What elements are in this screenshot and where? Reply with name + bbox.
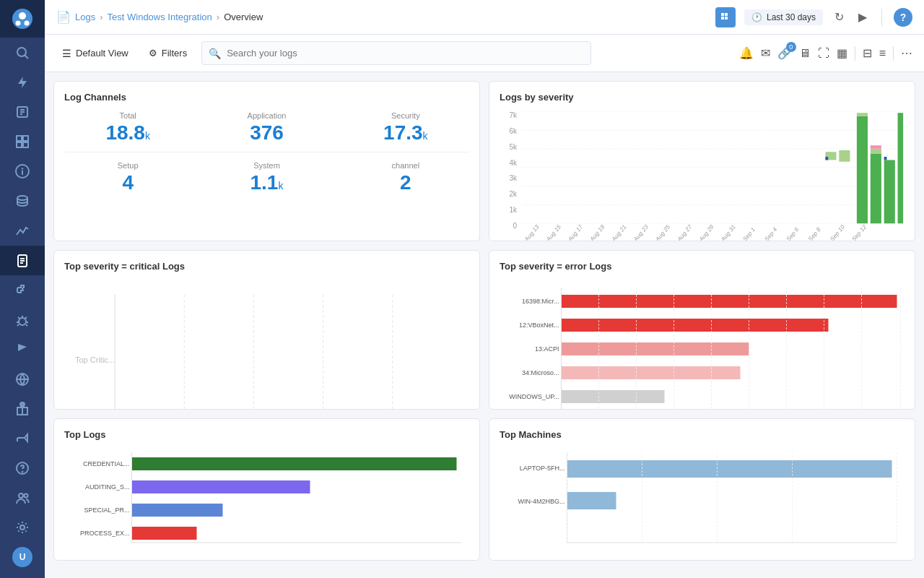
breadcrumb-logs-link[interactable]: Logs (75, 12, 95, 22)
metric-total-label: Total (64, 111, 191, 120)
refresh-button[interactable]: ↻ (832, 7, 847, 27)
severity-chart-area: 7k6k5k4k3k2k1k0 (500, 111, 905, 241)
sidebar-item-search[interactable] (0, 38, 45, 67)
sidebar-item-globe[interactable] (0, 364, 45, 394)
metric-system-value: 1.1k (203, 173, 330, 193)
metric-application-value: 376 (203, 123, 330, 143)
toolbar-right: 🔔 ✉ 🔗 0 🖥 ⛶ ▦ ⊟ ≡ ⋯ (739, 46, 912, 61)
svg-rect-13 (23, 142, 28, 147)
topnav-right: 🕐 Last 30 days ↻ ▶ ? (715, 7, 912, 27)
columns-icon[interactable]: ⊟ (863, 46, 872, 60)
svg-rect-129 (567, 492, 616, 509)
metric-total-value: 18.8k (64, 123, 191, 143)
svg-point-31 (25, 494, 28, 498)
svg-text:Aug 29: Aug 29 (698, 223, 715, 241)
metric-system: System 1.1k (203, 161, 330, 193)
svg-rect-44 (857, 116, 868, 224)
svg-rect-47 (898, 113, 904, 223)
sidebar-item-dashboard[interactable] (0, 127, 45, 157)
sidebar-item-settings[interactable] (0, 513, 45, 543)
mail-icon[interactable]: ✉ (761, 46, 770, 60)
svg-text:Aug 27: Aug 27 (676, 223, 694, 241)
svg-text:Aug 15: Aug 15 (545, 223, 562, 241)
metric-application: Application 376 (203, 111, 330, 143)
svg-rect-51 (871, 149, 881, 154)
top-machines-title: Top Machines (500, 429, 905, 440)
help-button[interactable]: ? (894, 8, 912, 27)
svg-line-5 (25, 55, 29, 59)
svg-text:Sep 8: Sep 8 (807, 225, 822, 241)
svg-rect-52 (825, 157, 828, 160)
sidebar-item-storage[interactable] (0, 186, 45, 216)
sidebar-item-gift[interactable] (0, 394, 45, 423)
svg-text:Sep 6: Sep 6 (785, 225, 801, 241)
default-view-button[interactable]: ☰ Default View (56, 43, 134, 64)
toolbar: ☰ Default View ⚙ Filters 🔍 🔔 ✉ 🔗 0 🖥 ⛶ ▦ (45, 35, 924, 72)
metrics-grid: Total 18.8k Application 376 Security 17.… (64, 111, 469, 143)
svg-point-29 (22, 472, 23, 473)
svg-rect-92 (562, 366, 741, 379)
svg-rect-16 (22, 171, 23, 175)
apps-button[interactable] (715, 7, 736, 27)
play-button[interactable]: ▶ (855, 7, 870, 27)
chart-icon[interactable]: ▦ (837, 46, 847, 60)
svg-text:16398:Micr...: 16398:Micr... (522, 298, 559, 305)
critical-svg: 0 0.20 0.40 0.60 0.80 1 (64, 280, 469, 410)
top-machines-panel: Top Machines LAPTOP-5FH... WIN-4M2HBG... (489, 418, 915, 561)
sidebar: U (0, 0, 45, 578)
sidebar-item-document[interactable] (0, 246, 45, 275)
errors-svg: 16398:Micr... 12:VBoxNet... 13:ACPI 34:M… (500, 280, 905, 410)
metric-application-label: Application (203, 111, 330, 120)
logs-severity-panel: Logs by severity 7k6k5k4k3k2k1k0 (489, 81, 915, 241)
svg-text:Aug 25: Aug 25 (654, 223, 671, 241)
sidebar-item-users[interactable] (0, 483, 45, 513)
sidebar-logo[interactable] (0, 0, 45, 38)
sidebar-item-puzzle[interactable] (0, 275, 45, 305)
metric-channel-label: channel (342, 161, 469, 170)
svg-rect-91 (562, 342, 749, 355)
svg-rect-35 (721, 17, 724, 20)
sidebar-item-lightning[interactable] (0, 67, 45, 97)
svg-rect-121 (132, 480, 310, 493)
sidebar-item-announcement[interactable] (0, 424, 45, 454)
link-badge-wrapper[interactable]: 🔗 0 (777, 46, 792, 60)
svg-rect-89 (562, 295, 897, 308)
toolbar-divider (855, 46, 855, 61)
svg-point-1 (19, 12, 26, 20)
sidebar-item-flag[interactable] (0, 335, 45, 364)
sidebar-item-chart[interactable] (0, 216, 45, 246)
svg-point-15 (22, 168, 23, 170)
logs-severity-title: Logs by severity (500, 92, 905, 103)
sidebar-item-bug[interactable] (0, 305, 45, 335)
svg-rect-50 (839, 150, 850, 162)
search-input[interactable] (201, 41, 591, 65)
monitor-icon[interactable]: 🖥 (799, 47, 811, 60)
breadcrumb-integration-link[interactable]: Test Windows Integration (108, 12, 212, 22)
metric-system-label: System (203, 161, 330, 170)
svg-rect-46 (884, 160, 895, 224)
metric-security-value: 17.3k (342, 123, 469, 143)
svg-text:12:VBoxNet...: 12:VBoxNet... (519, 322, 559, 329)
more-icon[interactable]: ⋯ (901, 46, 912, 60)
sidebar-item-info[interactable] (0, 157, 45, 186)
metric-total: Total 18.8k (64, 111, 191, 143)
list-icon[interactable]: ≡ (879, 47, 886, 60)
svg-text:WINDOWS_UP...: WINDOWS_UP... (509, 393, 559, 400)
top-logs-panel: Top Logs CREDENTIAL... AUDITING_S... SPE… (53, 418, 480, 561)
expand-icon[interactable]: ⛶ (818, 47, 829, 60)
sidebar-item-help[interactable] (0, 454, 45, 483)
time-range-selector[interactable]: 🕐 Last 30 days (744, 9, 823, 25)
svg-text:Aug 23: Aug 23 (632, 223, 650, 241)
filter-icon: ⚙ (149, 48, 157, 59)
svg-rect-122 (132, 504, 223, 517)
svg-rect-11 (23, 136, 28, 141)
svg-text:Aug 21: Aug 21 (611, 223, 628, 241)
breadcrumb-sep1: › (100, 12, 103, 22)
sidebar-item-avatar[interactable]: U (0, 543, 45, 572)
svg-rect-33 (721, 13, 724, 16)
svg-rect-48 (857, 113, 868, 116)
svg-text:Sep 10: Sep 10 (829, 223, 846, 241)
sidebar-item-tasks[interactable] (0, 97, 45, 126)
bell-icon-wrapper[interactable]: 🔔 (739, 46, 754, 60)
filters-button[interactable]: ⚙ Filters (143, 43, 193, 63)
